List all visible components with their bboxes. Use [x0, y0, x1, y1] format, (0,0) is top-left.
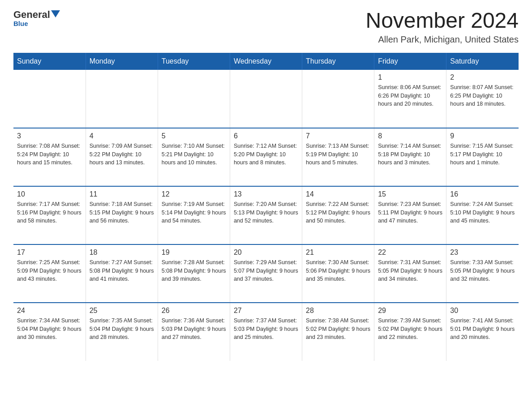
- calendar-cell-w3d7: 16Sunrise: 7:24 AM Sunset: 5:10 PM Dayli…: [446, 186, 519, 244]
- calendar-cell-w4d6: 22Sunrise: 7:31 AM Sunset: 5:05 PM Dayli…: [374, 244, 446, 303]
- calendar-cell-w3d3: 12Sunrise: 7:19 AM Sunset: 5:14 PM Dayli…: [158, 186, 230, 244]
- title-area: November 2024 Allen Park, Michigan, Unit…: [365, 9, 519, 45]
- day-info: Sunrise: 7:30 AM Sunset: 5:06 PM Dayligh…: [306, 258, 370, 283]
- header-thursday: Thursday: [302, 53, 374, 70]
- calendar-cell-w4d1: 17Sunrise: 7:25 AM Sunset: 5:09 PM Dayli…: [13, 244, 86, 303]
- day-info: Sunrise: 7:37 AM Sunset: 5:03 PM Dayligh…: [234, 317, 298, 342]
- header-wednesday: Wednesday: [230, 53, 302, 70]
- day-info: Sunrise: 7:08 AM Sunset: 5:24 PM Dayligh…: [17, 142, 82, 167]
- calendar-cell-w3d1: 10Sunrise: 7:17 AM Sunset: 5:16 PM Dayli…: [13, 186, 86, 244]
- day-number: 6: [234, 132, 298, 140]
- day-number: 8: [378, 132, 442, 140]
- calendar-cell-w1d1: [13, 70, 86, 128]
- header-saturday: Saturday: [446, 53, 519, 70]
- day-number: 5: [162, 132, 226, 140]
- header-tuesday: Tuesday: [158, 53, 230, 70]
- day-number: 17: [17, 248, 82, 257]
- day-number: 28: [306, 307, 370, 315]
- day-number: 23: [450, 248, 515, 257]
- calendar-cell-w2d3: 5Sunrise: 7:10 AM Sunset: 5:21 PM Daylig…: [158, 128, 230, 186]
- day-number: 29: [378, 307, 442, 315]
- header-friday: Friday: [374, 53, 446, 70]
- day-info: Sunrise: 7:28 AM Sunset: 5:08 PM Dayligh…: [162, 258, 226, 283]
- calendar-cell-w2d7: 9Sunrise: 7:15 AM Sunset: 5:17 PM Daylig…: [446, 128, 519, 186]
- day-number: 3: [17, 132, 82, 140]
- calendar-week-5: 24Sunrise: 7:34 AM Sunset: 5:04 PM Dayli…: [13, 303, 519, 361]
- day-number: 10: [17, 190, 82, 198]
- day-number: 1: [378, 73, 442, 81]
- day-info: Sunrise: 7:13 AM Sunset: 5:19 PM Dayligh…: [306, 142, 370, 167]
- day-number: 11: [90, 190, 154, 198]
- day-info: Sunrise: 7:14 AM Sunset: 5:18 PM Dayligh…: [378, 142, 442, 167]
- day-number: 30: [450, 307, 515, 315]
- calendar-week-2: 3Sunrise: 7:08 AM Sunset: 5:24 PM Daylig…: [13, 128, 519, 186]
- day-number: 21: [306, 248, 370, 257]
- calendar-cell-w1d3: [158, 70, 230, 128]
- calendar-cell-w4d3: 19Sunrise: 7:28 AM Sunset: 5:08 PM Dayli…: [158, 244, 230, 303]
- calendar-cell-w5d6: 29Sunrise: 7:39 AM Sunset: 5:02 PM Dayli…: [374, 303, 446, 361]
- calendar-cell-w2d1: 3Sunrise: 7:08 AM Sunset: 5:24 PM Daylig…: [13, 128, 86, 186]
- calendar-header-row: SundayMondayTuesdayWednesdayThursdayFrid…: [13, 53, 519, 70]
- header-monday: Monday: [86, 53, 158, 70]
- header-sunday: Sunday: [13, 53, 86, 70]
- day-info: Sunrise: 7:18 AM Sunset: 5:15 PM Dayligh…: [90, 200, 154, 225]
- day-info: Sunrise: 7:41 AM Sunset: 5:01 PM Dayligh…: [450, 317, 515, 342]
- day-number: 2: [450, 73, 515, 81]
- calendar-cell-w1d5: [302, 70, 374, 128]
- day-info: Sunrise: 7:31 AM Sunset: 5:05 PM Dayligh…: [378, 258, 442, 283]
- calendar-cell-w3d4: 13Sunrise: 7:20 AM Sunset: 5:13 PM Dayli…: [230, 186, 302, 244]
- day-number: 14: [306, 190, 370, 198]
- day-number: 12: [162, 190, 226, 198]
- calendar-cell-w4d5: 21Sunrise: 7:30 AM Sunset: 5:06 PM Dayli…: [302, 244, 374, 303]
- calendar-week-1: 1Sunrise: 8:06 AM Sunset: 6:26 PM Daylig…: [13, 70, 519, 128]
- day-number: 25: [90, 307, 154, 315]
- day-info: Sunrise: 7:27 AM Sunset: 5:08 PM Dayligh…: [90, 258, 154, 283]
- day-number: 15: [378, 190, 442, 198]
- day-number: 18: [90, 248, 154, 257]
- day-info: Sunrise: 7:20 AM Sunset: 5:13 PM Dayligh…: [234, 200, 298, 225]
- calendar-week-3: 10Sunrise: 7:17 AM Sunset: 5:16 PM Dayli…: [13, 186, 519, 244]
- calendar-subtitle: Allen Park, Michigan, United States: [365, 34, 519, 45]
- day-info: Sunrise: 8:06 AM Sunset: 6:26 PM Dayligh…: [378, 83, 442, 108]
- day-info: Sunrise: 7:34 AM Sunset: 5:04 PM Dayligh…: [17, 317, 82, 342]
- day-number: 9: [450, 132, 515, 140]
- calendar-cell-w4d4: 20Sunrise: 7:29 AM Sunset: 5:07 PM Dayli…: [230, 244, 302, 303]
- day-info: Sunrise: 7:23 AM Sunset: 5:11 PM Dayligh…: [378, 200, 442, 225]
- day-number: 7: [306, 132, 370, 140]
- day-info: Sunrise: 7:25 AM Sunset: 5:09 PM Dayligh…: [17, 258, 82, 283]
- day-number: 27: [234, 307, 298, 315]
- calendar-cell-w3d5: 14Sunrise: 7:22 AM Sunset: 5:12 PM Dayli…: [302, 186, 374, 244]
- day-info: Sunrise: 7:29 AM Sunset: 5:07 PM Dayligh…: [234, 258, 298, 283]
- day-number: 19: [162, 248, 226, 257]
- logo-general-text: General: [13, 9, 50, 21]
- calendar-cell-w2d4: 6Sunrise: 7:12 AM Sunset: 5:20 PM Daylig…: [230, 128, 302, 186]
- calendar-cell-w4d2: 18Sunrise: 7:27 AM Sunset: 5:08 PM Dayli…: [86, 244, 158, 303]
- calendar-title: November 2024: [365, 9, 519, 33]
- day-info: Sunrise: 7:35 AM Sunset: 5:04 PM Dayligh…: [90, 317, 154, 342]
- day-info: Sunrise: 7:10 AM Sunset: 5:21 PM Dayligh…: [162, 142, 226, 167]
- day-number: 4: [90, 132, 154, 140]
- calendar-cell-w5d1: 24Sunrise: 7:34 AM Sunset: 5:04 PM Dayli…: [13, 303, 86, 361]
- day-info: Sunrise: 7:33 AM Sunset: 5:05 PM Dayligh…: [450, 258, 515, 283]
- day-info: Sunrise: 7:12 AM Sunset: 5:20 PM Dayligh…: [234, 142, 298, 167]
- day-info: Sunrise: 7:39 AM Sunset: 5:02 PM Dayligh…: [378, 317, 442, 342]
- calendar-cell-w5d2: 25Sunrise: 7:35 AM Sunset: 5:04 PM Dayli…: [86, 303, 158, 361]
- day-number: 13: [234, 190, 298, 198]
- calendar-cell-w5d3: 26Sunrise: 7:36 AM Sunset: 5:03 PM Dayli…: [158, 303, 230, 361]
- logo-triangle-icon: [51, 10, 60, 17]
- day-number: 24: [17, 307, 82, 315]
- calendar-table: SundayMondayTuesdayWednesdayThursdayFrid…: [13, 53, 519, 361]
- calendar-cell-w2d2: 4Sunrise: 7:09 AM Sunset: 5:22 PM Daylig…: [86, 128, 158, 186]
- calendar-cell-w5d7: 30Sunrise: 7:41 AM Sunset: 5:01 PM Dayli…: [446, 303, 519, 361]
- page-header: General Blue November 2024 Allen Park, M…: [13, 9, 519, 45]
- calendar-cell-w1d7: 2Sunrise: 8:07 AM Sunset: 6:25 PM Daylig…: [446, 70, 519, 128]
- day-number: 26: [162, 307, 226, 315]
- calendar-cell-w2d5: 7Sunrise: 7:13 AM Sunset: 5:19 PM Daylig…: [302, 128, 374, 186]
- calendar-cell-w4d7: 23Sunrise: 7:33 AM Sunset: 5:05 PM Dayli…: [446, 244, 519, 303]
- day-info: Sunrise: 7:19 AM Sunset: 5:14 PM Dayligh…: [162, 200, 226, 225]
- day-info: Sunrise: 7:09 AM Sunset: 5:22 PM Dayligh…: [90, 142, 154, 167]
- calendar-cell-w3d6: 15Sunrise: 7:23 AM Sunset: 5:11 PM Dayli…: [374, 186, 446, 244]
- day-info: Sunrise: 7:22 AM Sunset: 5:12 PM Dayligh…: [306, 200, 370, 225]
- calendar-cell-w1d2: [86, 70, 158, 128]
- day-number: 20: [234, 248, 298, 257]
